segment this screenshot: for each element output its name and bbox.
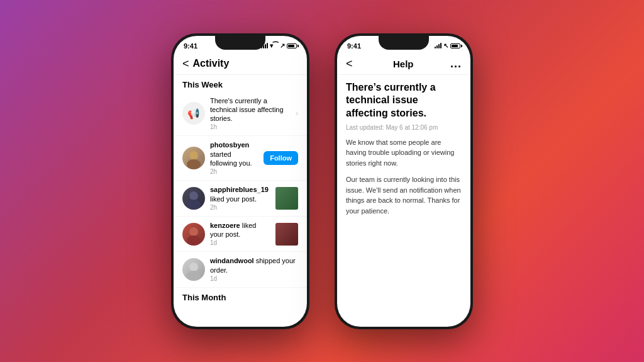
svg-point-3 bbox=[187, 200, 201, 210]
username: photosbyen bbox=[210, 141, 249, 149]
wifi-icon-left: ▾⁀ bbox=[270, 42, 278, 49]
svg-point-1 bbox=[187, 159, 201, 169]
phone-right: 9:41 ↖ < Help ... Ther bbox=[335, 33, 473, 329]
avatar bbox=[182, 223, 205, 246]
nav-bar-right: < Help ... bbox=[337, 54, 470, 75]
status-time-left: 9:41 bbox=[184, 42, 197, 50]
activity-screen: This Week 📢 There's currently a technica… bbox=[174, 75, 307, 320]
battery-icon-left bbox=[287, 43, 297, 48]
action-text: liked your post. bbox=[210, 195, 257, 203]
list-item[interactable]: kenzoere liked your post. 1d bbox=[174, 217, 307, 252]
activity-time: 1d bbox=[210, 239, 270, 247]
list-item[interactable]: 📢 There's currently a technical issue af… bbox=[174, 92, 307, 137]
avatar bbox=[182, 258, 205, 281]
username: windandwool bbox=[210, 257, 254, 264]
wifi-icon-right: ↖ bbox=[443, 42, 448, 49]
help-body: We know that some people are having trou… bbox=[346, 137, 462, 217]
svg-point-7 bbox=[187, 271, 201, 281]
wifi-symbol-left: ↗ bbox=[280, 42, 285, 49]
help-screen: There’s currently a technical issue affe… bbox=[337, 75, 470, 320]
battery-icon-right bbox=[450, 43, 460, 48]
section-this-week: This Week bbox=[174, 75, 307, 92]
status-icons-right: ↖ bbox=[435, 42, 460, 49]
follow-button[interactable]: Follow bbox=[264, 151, 298, 165]
status-time-right: 9:41 bbox=[347, 42, 361, 50]
activity-time: 2h bbox=[210, 203, 270, 212]
back-button-left[interactable]: < bbox=[182, 57, 189, 71]
notification-time: 1h bbox=[210, 123, 291, 131]
activity-time: 2h bbox=[210, 167, 258, 176]
speaker-icon: 📢 bbox=[182, 102, 205, 125]
svg-point-0 bbox=[189, 151, 198, 160]
help-paragraph-2: Our team is currently looking into this … bbox=[346, 174, 462, 216]
more-options-button[interactable]: ... bbox=[450, 57, 462, 71]
svg-point-6 bbox=[189, 263, 198, 271]
svg-point-4 bbox=[189, 227, 198, 236]
status-icons-left: ▾⁀ ↗ bbox=[261, 42, 297, 49]
nav-bar-left: < Activity bbox=[174, 54, 307, 75]
list-item[interactable]: sapphireblues_19 liked your post. 2h bbox=[174, 181, 307, 217]
notch-right bbox=[379, 36, 429, 50]
help-updated: Last updated: May 6 at 12:06 pm bbox=[346, 124, 462, 131]
list-item[interactable]: windandwool shipped your order. 1d bbox=[174, 252, 307, 288]
action-text: started following you. bbox=[210, 150, 252, 167]
avatar bbox=[182, 147, 205, 169]
list-item[interactable]: photosbyen started following you. 2h Fol… bbox=[174, 136, 307, 181]
section-this-month: This Month bbox=[174, 288, 307, 305]
post-thumbnail bbox=[275, 187, 298, 210]
phone-left: 9:41 ▾⁀ ↗ < Activity This Wee bbox=[171, 33, 309, 329]
signal-icon-right bbox=[435, 43, 441, 48]
page-title-left: Activity bbox=[193, 58, 298, 69]
svg-point-2 bbox=[189, 191, 198, 200]
help-paragraph-1: We know that some people are having trou… bbox=[346, 137, 462, 169]
notification-text: There's currently a technical issue affe… bbox=[210, 97, 284, 123]
back-button-right[interactable]: < bbox=[346, 57, 353, 71]
svg-point-5 bbox=[187, 235, 201, 246]
username: sapphireblues_19 bbox=[210, 186, 269, 193]
avatar bbox=[182, 187, 205, 210]
username: kenzoere bbox=[210, 222, 240, 229]
help-content-area: There’s currently a technical issue affe… bbox=[337, 75, 470, 229]
post-thumbnail bbox=[275, 223, 298, 246]
chevron-right-icon: › bbox=[296, 109, 298, 118]
activity-time: 1d bbox=[210, 274, 298, 283]
help-title: There’s currently a technical issue affe… bbox=[346, 81, 462, 120]
notch-left bbox=[215, 36, 265, 50]
page-title-right: Help bbox=[357, 59, 450, 69]
